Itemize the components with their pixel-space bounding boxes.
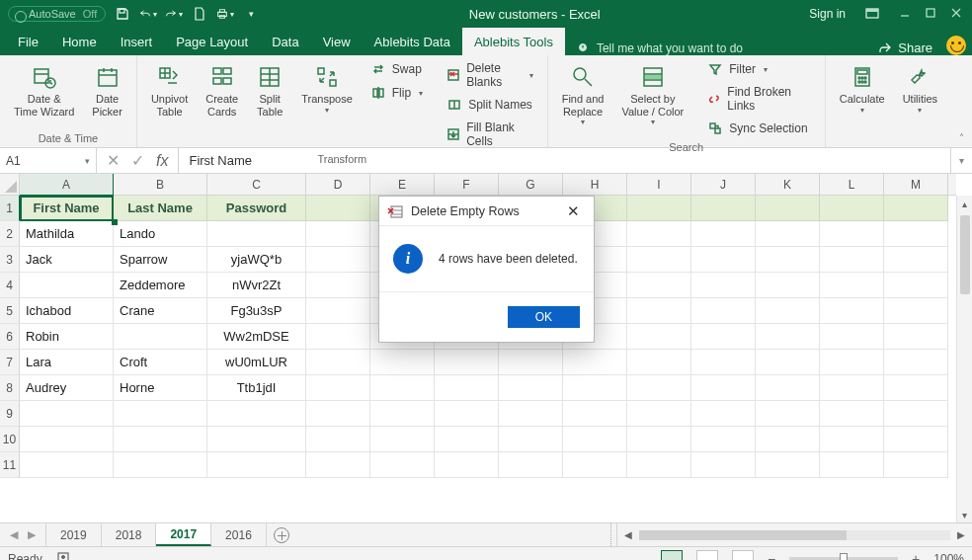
cell[interactable]: [370, 427, 435, 452]
cell[interactable]: [627, 196, 691, 221]
sheet-tab-2019[interactable]: 2019: [45, 523, 102, 546]
row-header-8[interactable]: 8: [0, 375, 20, 401]
cell[interactable]: [435, 401, 499, 427]
maximize-button[interactable]: [925, 7, 936, 22]
cell[interactable]: [756, 452, 820, 478]
cell[interactable]: [306, 452, 370, 478]
cell[interactable]: Last Name: [114, 196, 207, 221]
cell[interactable]: [691, 196, 756, 221]
cell[interactable]: [306, 221, 370, 247]
column-header-C[interactable]: C: [207, 174, 306, 195]
cell[interactable]: [114, 427, 207, 452]
cell[interactable]: [114, 401, 207, 427]
delete-blanks-button[interactable]: Delete Blanks▾: [443, 59, 537, 91]
cell[interactable]: wU0mLUR: [207, 350, 306, 375]
row-header-5[interactable]: 5: [0, 298, 20, 324]
feedback-smiley-icon[interactable]: [946, 36, 966, 55]
cell[interactable]: Croft: [114, 350, 207, 375]
cell[interactable]: [627, 221, 691, 247]
insert-function-icon[interactable]: fx: [156, 152, 168, 170]
tab-insert[interactable]: Insert: [109, 28, 165, 55]
view-page-break-button[interactable]: [732, 550, 754, 561]
cell[interactable]: [207, 221, 306, 247]
cell[interactable]: [820, 427, 884, 452]
cell[interactable]: [691, 273, 756, 298]
cell[interactable]: [306, 375, 370, 401]
column-header-H[interactable]: H: [563, 174, 627, 195]
column-header-A[interactable]: A: [20, 174, 114, 196]
ribbon-display-options-icon[interactable]: [863, 5, 881, 23]
cell[interactable]: Ichabod: [20, 298, 114, 324]
cell[interactable]: [691, 401, 756, 427]
cell[interactable]: [370, 401, 435, 427]
new-file-icon[interactable]: [191, 5, 208, 23]
macro-record-icon[interactable]: [56, 550, 70, 560]
scroll-down-icon[interactable]: ▾: [957, 507, 972, 522]
cell[interactable]: [884, 375, 948, 401]
column-header-J[interactable]: J: [691, 174, 756, 195]
cell[interactable]: yjaWQ*b: [207, 247, 306, 273]
cell[interactable]: [207, 401, 306, 427]
split-table-button[interactable]: Split Table: [252, 59, 287, 121]
cell[interactable]: [691, 221, 756, 247]
scroll-thumb[interactable]: [960, 215, 970, 294]
cell[interactable]: [884, 350, 948, 375]
cell[interactable]: [370, 375, 435, 401]
sheet-tab-2017[interactable]: 2017: [156, 523, 211, 546]
hscroll-right-icon[interactable]: ▶: [954, 529, 968, 540]
sheet-nav-prev-icon[interactable]: ◀: [10, 528, 18, 541]
cell[interactable]: [306, 273, 370, 298]
sheet-nav-next-icon[interactable]: ▶: [28, 528, 36, 541]
cell[interactable]: [435, 452, 499, 478]
create-cards-button[interactable]: Create Cards: [202, 59, 242, 121]
collapse-ribbon-icon[interactable]: ˄: [951, 55, 972, 147]
new-sheet-button[interactable]: [267, 523, 296, 546]
redo-icon[interactable]: ▾: [165, 5, 183, 23]
enter-formula-icon[interactable]: ✓: [131, 151, 144, 170]
cell[interactable]: [884, 247, 948, 273]
cell[interactable]: [756, 427, 820, 452]
cell[interactable]: [756, 221, 820, 247]
find-broken-links-button[interactable]: Find Broken Links: [703, 83, 815, 115]
cell[interactable]: [820, 452, 884, 478]
cell[interactable]: [627, 298, 691, 324]
cell[interactable]: [691, 247, 756, 273]
formula-input[interactable]: First Name: [179, 148, 950, 173]
calculate-button[interactable]: Calculate ▾: [836, 59, 889, 119]
tab-page-layout[interactable]: Page Layout: [164, 28, 260, 55]
scroll-up-icon[interactable]: ▴: [957, 196, 972, 211]
cell[interactable]: Lara: [20, 350, 114, 375]
filter-button[interactable]: Filter▾: [703, 59, 815, 79]
customize-qa-icon[interactable]: ▾: [242, 5, 260, 23]
row-header-11[interactable]: 11: [0, 452, 20, 478]
cell[interactable]: [884, 427, 948, 452]
cell[interactable]: [563, 375, 627, 401]
cell[interactable]: [370, 350, 435, 375]
cell[interactable]: Horne: [114, 375, 207, 401]
tab-file[interactable]: File: [6, 28, 50, 55]
cell[interactable]: [499, 350, 563, 375]
unpivot-table-button[interactable]: Unpivot Table: [147, 59, 192, 121]
cell[interactable]: [306, 298, 370, 324]
row-header-9[interactable]: 9: [0, 401, 20, 427]
horizontal-scrollbar[interactable]: ◀ ▶: [616, 523, 972, 546]
minimize-button[interactable]: [899, 7, 911, 22]
cell[interactable]: [820, 350, 884, 375]
cell[interactable]: Ttb1jdI: [207, 375, 306, 401]
cell[interactable]: [820, 375, 884, 401]
cell[interactable]: [756, 298, 820, 324]
sync-selection-button[interactable]: Sync Selection: [703, 119, 815, 138]
cell[interactable]: Lando: [114, 221, 207, 247]
cell[interactable]: [691, 375, 756, 401]
cell[interactable]: [691, 324, 756, 350]
cell[interactable]: [756, 196, 820, 221]
cell[interactable]: [756, 350, 820, 375]
cell[interactable]: Mathilda: [20, 221, 114, 247]
row-header-2[interactable]: 2: [0, 221, 20, 247]
sheet-tab-2018[interactable]: 2018: [102, 523, 157, 546]
cell[interactable]: [820, 324, 884, 350]
dialog-close-button[interactable]: ✕: [561, 200, 586, 222]
cell[interactable]: [20, 452, 114, 478]
cell[interactable]: Zeddemore: [114, 273, 207, 298]
row-header-4[interactable]: 4: [0, 273, 20, 298]
